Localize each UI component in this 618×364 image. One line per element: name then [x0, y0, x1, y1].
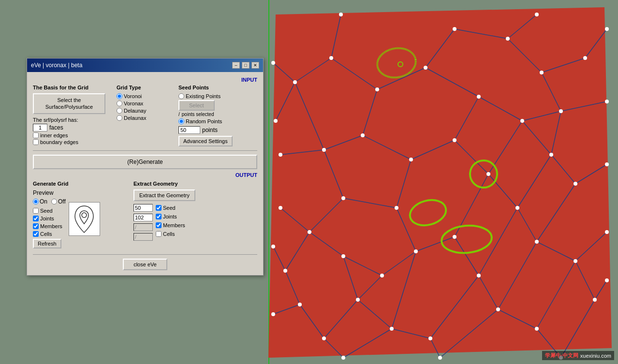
svg-point-101 — [515, 206, 519, 210]
extract-val1-input[interactable] — [133, 204, 153, 212]
svg-point-105 — [535, 240, 539, 244]
grid-type-header: Grid Type — [117, 85, 175, 90]
grid-seed-row: Seed — [33, 208, 66, 214]
extract-geo-header: Extract Geometry — [133, 181, 257, 187]
random-count-row: points — [178, 126, 257, 134]
extract-cells-label: Cells — [163, 231, 175, 237]
svg-point-99 — [341, 196, 345, 200]
svg-point-79 — [329, 56, 333, 60]
existing-points-radio[interactable] — [178, 93, 184, 99]
grid-cells-checkbox[interactable] — [33, 231, 39, 237]
grid-joints-label: Joints — [40, 216, 54, 221]
extract-joints-checkbox[interactable] — [156, 214, 162, 219]
extract-btn-label: Extract the Geometry — [139, 192, 190, 198]
select-points-button: Select — [178, 100, 215, 111]
faces-count-input: 1 — [33, 124, 47, 131]
dialog-content: INPUT The Basis for the Grid Select the … — [27, 72, 263, 275]
random-points-option: Random Points — [178, 118, 257, 124]
preview-on-label: On — [40, 198, 47, 205]
random-count-input[interactable] — [178, 126, 200, 134]
existing-points-label: Existing Points — [186, 93, 221, 99]
adv-settings-label: Advanced Settings — [183, 138, 228, 144]
inner-edges-checkbox[interactable] — [33, 132, 39, 138]
voronoi-canvas — [247, 0, 618, 364]
voronoi-option: Voronoi — [117, 93, 175, 99]
preview-on-radio[interactable] — [33, 199, 39, 204]
svg-point-87 — [605, 100, 609, 103]
watermark: 学犀牛·中文网 xuexiniu.com — [542, 351, 614, 360]
maximize-button[interactable]: □ — [242, 62, 250, 69]
basis-column: The Basis for the Grid Select the Surfac… — [33, 85, 113, 146]
extract-geometry-button[interactable]: Extract the Geometry — [133, 189, 195, 201]
extract-cells-checkbox[interactable] — [156, 231, 162, 237]
svg-point-111 — [496, 307, 500, 311]
svg-point-77 — [535, 13, 539, 16]
extract-val2-input[interactable] — [133, 214, 153, 221]
extract-members-label: Members — [163, 222, 185, 228]
svg-point-107 — [341, 254, 345, 258]
extract-members-checkbox[interactable] — [156, 222, 162, 228]
close-button[interactable]: ✕ — [251, 62, 259, 69]
delaunay-label: Delaunay — [124, 108, 146, 114]
boundary-edges-label: boundary edges — [40, 139, 78, 145]
extract-seed-checkbox[interactable] — [156, 205, 162, 211]
preview-label: Preview — [33, 189, 54, 196]
refresh-label: Refresh — [38, 241, 57, 247]
voronax-label: Voronax — [124, 101, 143, 106]
regenerate-button[interactable]: (Re)Generate — [33, 155, 257, 169]
svg-point-85 — [477, 95, 481, 99]
refresh-button[interactable]: Refresh — [33, 239, 61, 248]
grid-cells-label: Cells — [40, 231, 52, 237]
seed-points-header: Seed Points — [178, 85, 257, 90]
svg-point-94 — [409, 158, 413, 161]
minimize-button[interactable]: – — [232, 62, 240, 69]
basis-header: The Basis for the Grid — [33, 85, 113, 90]
svg-point-112 — [356, 298, 360, 302]
voronax-radio[interactable] — [117, 101, 122, 106]
preview-off-radio[interactable] — [51, 199, 57, 204]
delaunax-label: Delaunax — [124, 115, 146, 121]
svg-point-74 — [339, 13, 343, 16]
extract-seed-row: Seed — [156, 205, 185, 211]
watermark-site: xuexiniu.com — [580, 353, 611, 359]
grid-joints-checkbox[interactable] — [33, 216, 39, 221]
random-points-radio[interactable] — [178, 118, 184, 124]
boundary-edges-row: boundary edges — [33, 139, 113, 145]
extract-val4-input — [133, 233, 153, 241]
grid-checkboxes: Seed Joints Members — [33, 207, 66, 237]
svg-point-123 — [279, 206, 282, 210]
grid-members-label: Members — [40, 223, 62, 229]
delaunay-option: Delaunay — [117, 108, 175, 114]
delaunax-option: Delaunax — [117, 115, 175, 121]
delaunay-radio[interactable] — [117, 108, 122, 114]
svg-point-92 — [322, 148, 326, 152]
extract-members-row: Members — [156, 222, 185, 228]
delaunax-radio[interactable] — [117, 115, 122, 121]
grid-seed-checkbox[interactable] — [33, 208, 39, 214]
dialog-title: eVe | voronax | beta — [31, 62, 82, 69]
boundary-edges-checkbox[interactable] — [33, 139, 39, 145]
seed-points-column: Seed Points Existing Points Select / poi… — [178, 85, 257, 146]
svg-point-133 — [82, 213, 87, 218]
grid-members-checkbox[interactable] — [33, 223, 39, 229]
svg-point-126 — [271, 312, 275, 316]
advanced-settings-button[interactable]: Advanced Settings — [178, 136, 233, 146]
extract-checkboxes: Seed Joints Members Cells — [156, 204, 185, 241]
select-surface-button[interactable]: Select the Surface/Polysurface — [33, 93, 105, 114]
svg-point-109 — [477, 274, 481, 277]
svg-point-110 — [574, 259, 577, 263]
voronoi-radio[interactable] — [117, 93, 122, 99]
select-surface-label: Select the Surface/Polysurface — [45, 97, 93, 110]
svg-point-103 — [453, 235, 456, 239]
inner-edges-label: inner edges — [40, 132, 68, 138]
svg-point-121 — [341, 356, 345, 360]
svg-point-98 — [574, 182, 577, 186]
svg-point-116 — [390, 327, 394, 331]
svg-point-78 — [605, 27, 609, 31]
extract-values — [133, 204, 153, 241]
svg-point-118 — [322, 336, 326, 340]
title-bar-buttons: – □ ✕ — [232, 62, 259, 69]
extract-joints-row: Joints — [156, 214, 185, 219]
close-eve-button[interactable]: close eVe — [123, 259, 167, 270]
grid-joints-row: Joints — [33, 216, 66, 221]
